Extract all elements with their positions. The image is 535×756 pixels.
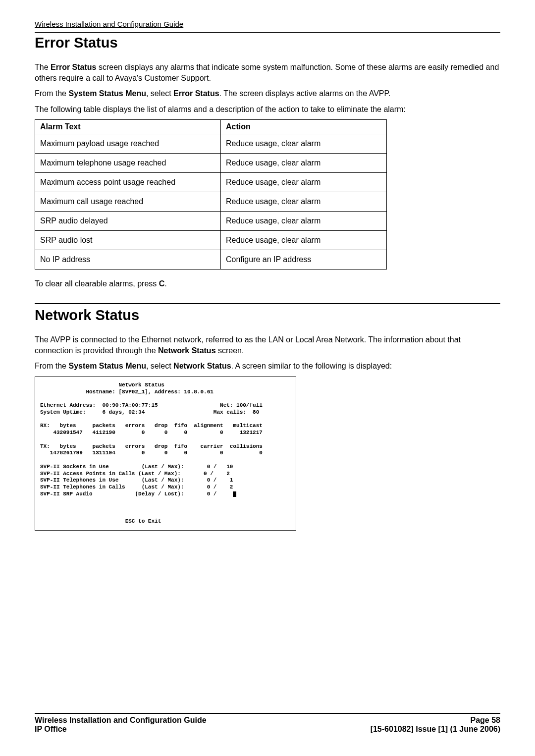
text-fragment: screen displays any alarms that indicate…: [35, 63, 499, 82]
footer-right-1: Page 58: [471, 716, 500, 725]
terminal-eth-addr: Ethernet Address: 00:90:7A:00:77:15 Net:…: [40, 402, 263, 408]
terminal-esc-exit: ESC to Exit: [40, 518, 161, 524]
footer-rule: [35, 713, 500, 714]
bold-system-status-menu: System Status Menu: [68, 89, 146, 98]
alarm-table: Alarm Text Action Maximum payload usage …: [35, 119, 387, 270]
table-row: No IP address Configure an IP address: [35, 250, 387, 270]
text-fragment: The AVPP is connected to the Ethernet ne…: [35, 335, 461, 355]
alarm-table-header-alarm: Alarm Text: [35, 120, 221, 134]
action-cell: Reduce usage, clear alarm: [221, 212, 387, 231]
terminal-uptime: System Uptime: 6 days, 02:34 Max calls: …: [40, 409, 259, 415]
section-title-network-status: Network Status: [35, 307, 500, 324]
terminal-hostname: Hostname: [SVP02_1], Address: 10.8.0.61: [40, 389, 214, 395]
alarm-text-cell: SRP audio delayed: [35, 212, 221, 231]
section-rule-network-status: [35, 303, 500, 304]
terminal-svp-sockets: SVP-II Sockets in Use (Last / Max): 0 / …: [40, 464, 233, 470]
footer-left-1: Wireless Installation and Configuration …: [35, 716, 207, 725]
alarm-text-cell: Maximum payload usage reached: [35, 134, 221, 154]
action-cell: Reduce usage, clear alarm: [221, 134, 387, 154]
action-cell: Reduce usage, clear alarm: [221, 173, 387, 192]
action-cell: Reduce usage, clear alarm: [221, 192, 387, 212]
terminal-screenshot: Network Status Hostname: [SVP02_1], Addr…: [35, 377, 296, 531]
terminal-svp-srp-audio: SVP-II SRP Audio (Delay / Lost): 0 /: [40, 491, 233, 497]
text-fragment: , select: [146, 362, 173, 370]
terminal-rx-header: RX: bytes packets errors drop fifo align…: [40, 423, 263, 429]
text-fragment: The: [35, 63, 51, 71]
alarm-text-cell: No IP address: [35, 250, 221, 270]
bold-network-status-2: Network Status: [173, 362, 231, 370]
text-fragment: From the: [35, 89, 68, 98]
table-row: SRP audio delayed Reduce usage, clear al…: [35, 212, 387, 231]
bold-error-status-2: Error Status: [173, 89, 219, 98]
text-fragment: . The screen displays active alarms on t…: [219, 89, 391, 98]
action-cell: Reduce usage, clear alarm: [221, 154, 387, 173]
table-row: Maximum telephone usage reached Reduce u…: [35, 154, 387, 173]
error-status-para-2: From the System Status Menu, select Erro…: [35, 88, 500, 99]
alarm-text-cell: Maximum call usage reached: [35, 192, 221, 212]
error-status-para-3: The following table displays the list of…: [35, 104, 500, 115]
clear-alarms-para: To clear all clearable alarms, press C.: [35, 278, 500, 289]
text-fragment: From the: [35, 362, 68, 370]
bold-network-status: Network Status: [158, 346, 215, 355]
table-row: Maximum call usage reached Reduce usage,…: [35, 192, 387, 212]
terminal-svp-tel-use: SVP-II Telephones in Use (Last / Max): 0…: [40, 477, 233, 483]
text-fragment: .: [164, 279, 166, 288]
table-row: Maximum payload usage reached Reduce usa…: [35, 134, 387, 154]
alarm-table-header-action: Action: [221, 120, 387, 134]
alarm-text-cell: SRP audio lost: [35, 231, 221, 250]
page-footer: Wireless Installation and Configuration …: [35, 713, 500, 734]
bold-system-status-menu-2: System Status Menu: [68, 362, 146, 370]
network-status-para-2: From the System Status Menu, select Netw…: [35, 361, 500, 372]
terminal-content: Network Status Hostname: [SVP02_1], Addr…: [40, 382, 291, 525]
running-header: Wireless Installation and Configuration …: [35, 20, 500, 29]
header-rule: [35, 32, 500, 33]
table-row: SRP audio lost Reduce usage, clear alarm: [35, 231, 387, 250]
alarm-text-cell: Maximum telephone usage reached: [35, 154, 221, 173]
terminal-svp-tel-calls: SVP-II Telephones in Calls (Last / Max):…: [40, 484, 233, 490]
error-status-para-1: The Error Status screen displays any ala…: [35, 62, 500, 83]
section-title-error-status: Error Status: [35, 35, 500, 51]
bold-key-c: C: [159, 279, 165, 288]
text-fragment: . A screen similar to the following is d…: [231, 362, 392, 370]
terminal-cursor: [233, 491, 236, 497]
terminal-title: Network Status: [40, 382, 164, 388]
text-fragment: , select: [146, 89, 173, 98]
table-row: Maximum access point usage reached Reduc…: [35, 173, 387, 192]
text-fragment: screen.: [216, 346, 244, 355]
footer-right-2: [15-601082] Issue [1] (1 June 2006): [371, 725, 500, 734]
terminal-svp-access: SVP-II Access Points in Calls (Last / Ma…: [40, 471, 230, 477]
network-status-para-1: The AVPP is connected to the Ethernet ne…: [35, 334, 500, 356]
text-fragment: To clear all clearable alarms, press: [35, 279, 159, 288]
terminal-tx-header: TX: bytes packets errors drop fifo carri…: [40, 443, 263, 449]
terminal-rx-values: 432091547 4112190 0 0 0 0 1321217: [40, 430, 263, 435]
action-cell: Reduce usage, clear alarm: [221, 231, 387, 250]
bold-error-status: Error Status: [51, 63, 96, 71]
footer-left-2: IP Office: [35, 725, 67, 734]
action-cell: Configure an IP address: [221, 250, 387, 270]
alarm-text-cell: Maximum access point usage reached: [35, 173, 221, 192]
terminal-tx-values: 1478261799 1311194 0 0 0 0 0: [40, 450, 263, 456]
